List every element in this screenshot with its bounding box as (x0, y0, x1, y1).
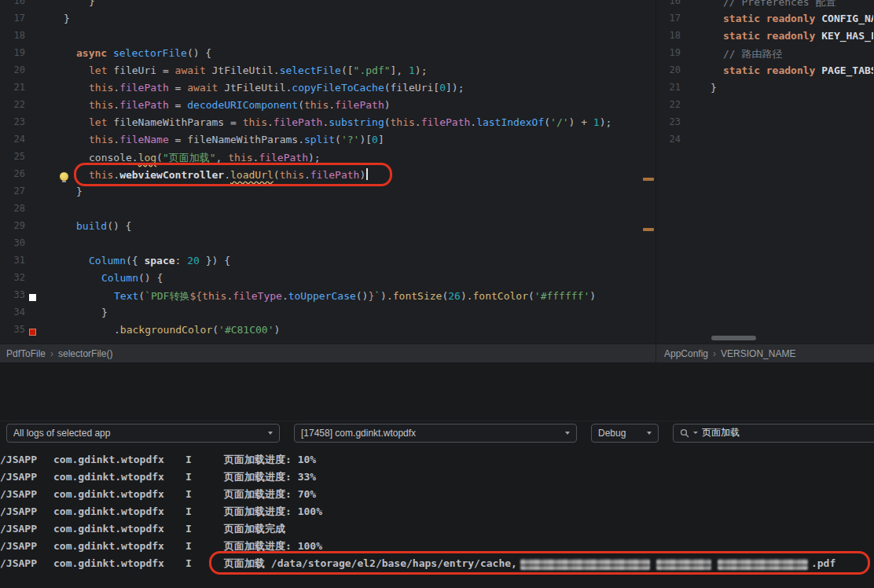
code-line[interactable]: 17} (0, 13, 656, 30)
log-pkg: com.gdinkt.wtopdfx (53, 486, 185, 503)
search-icon (680, 428, 689, 438)
code-line[interactable]: 27} (0, 186, 656, 203)
log-message: 页面加载完成 (224, 520, 874, 538)
code-line[interactable]: 25console.log("页面加载", this.filePath); (0, 151, 656, 168)
log-scope-dropdown[interactable]: All logs of selected app (6, 424, 280, 443)
line-number[interactable]: 22 (0, 99, 25, 116)
line-number[interactable]: 20 (656, 64, 681, 82)
log-lvl: I (185, 520, 224, 538)
color-preview-swatch[interactable] (29, 294, 36, 301)
log-tag: /JSAPP (0, 486, 53, 503)
code-line[interactable]: 22 (656, 99, 873, 116)
code-line[interactable]: 19// 路由路径 (656, 47, 873, 64)
line-number[interactable]: 21 (656, 82, 681, 99)
code-line[interactable]: 26this.webviewController.loadUrl(this.fi… (0, 168, 656, 186)
line-number[interactable]: 17 (656, 13, 681, 30)
code-line[interactable]: 18 (0, 30, 656, 47)
line-number[interactable]: 19 (656, 47, 681, 64)
horizontal-scrollbar[interactable] (711, 336, 756, 340)
code-line[interactable]: 17static readonly CONFIG_NA (656, 13, 873, 30)
editor-pane-right[interactable]: 16// Preferences 配置17static readonly CON… (656, 0, 873, 344)
code-line[interactable]: 19async selectorFile() { (0, 47, 656, 64)
line-number[interactable]: 23 (0, 116, 25, 134)
code-text: } (76, 186, 83, 203)
editor-split: 16}17}1819async selectorFile() {20let fi… (0, 0, 874, 344)
log-search-input[interactable] (702, 428, 820, 439)
code-line[interactable]: 20static readonly PAGE_TABS (656, 64, 873, 82)
log-tag: /JSAPP (0, 503, 53, 520)
code-line[interactable]: 21} (656, 82, 873, 99)
log-level-dropdown[interactable]: Debug (591, 424, 659, 443)
line-number[interactable]: 31 (0, 255, 25, 272)
log-row[interactable]: /JSAPPcom.gdinkt.wtopdfxI页面加载进度: 10% (0, 451, 874, 469)
code-line[interactable]: 21this.filePath = await JtFileUtil.copyF… (0, 82, 656, 99)
code-lines-right: 16// Preferences 配置17static readonly CON… (656, 0, 873, 151)
code-line[interactable]: 16} (0, 0, 656, 13)
code-line[interactable]: 34} (0, 307, 656, 324)
log-row[interactable]: /JSAPPcom.gdinkt.wtopdfxI页面加载 /data/stor… (0, 555, 874, 572)
code-line[interactable]: 16// Preferences 配置 (656, 0, 873, 13)
code-line[interactable]: 33Text(`PDF转换${this.fileType.toUpperCase… (0, 289, 656, 307)
line-number[interactable]: 21 (0, 82, 25, 99)
line-number[interactable]: 25 (0, 151, 25, 168)
chevron-down-icon (565, 432, 570, 435)
line-number[interactable]: 16 (656, 0, 681, 13)
line-number[interactable]: 35 (0, 324, 25, 341)
code-line[interactable]: 24this.fileName = fileNameWithParams.spl… (0, 134, 656, 151)
log-row[interactable]: /JSAPPcom.gdinkt.wtopdfxI页面加载进度: 70% (0, 486, 874, 503)
line-number[interactable]: 17 (0, 13, 25, 30)
intention-bulb-icon[interactable] (60, 172, 68, 181)
log-search-field[interactable] (673, 424, 874, 443)
line-number[interactable]: 24 (0, 134, 25, 151)
log-row[interactable]: /JSAPPcom.gdinkt.wtopdfxI页面加载进度: 100% (0, 503, 874, 520)
log-row[interactable]: /JSAPPcom.gdinkt.wtopdfxI页面加载完成 (0, 520, 874, 538)
line-number[interactable]: 29 (0, 220, 25, 237)
code-line[interactable]: 28 (0, 203, 656, 220)
editor-pane-left[interactable]: 16}17}1819async selectorFile() {20let fi… (0, 0, 656, 344)
code-line[interactable]: 22this.filePath = decodeURIComponent(thi… (0, 99, 656, 116)
line-number[interactable]: 26 (0, 168, 25, 186)
line-number[interactable]: 30 (0, 237, 25, 255)
code-line[interactable]: 31Column({ space: 20 }) { (0, 255, 656, 272)
code-line[interactable]: 30 (0, 237, 656, 255)
log-lvl: I (185, 538, 224, 555)
code-line[interactable]: 20let fileUri = await JtFileUtil.selectF… (0, 64, 656, 82)
breadcrumb-method[interactable]: selectorFile() (58, 348, 112, 359)
line-number[interactable]: 23 (656, 116, 681, 134)
line-number[interactable]: 34 (0, 307, 25, 324)
code-line[interactable]: 32Column() { (0, 272, 656, 289)
line-number[interactable]: 28 (0, 203, 25, 220)
warning-stripe-mark (643, 228, 654, 231)
code-line[interactable]: 18static readonly KEY_HAS_L (656, 30, 873, 47)
log-row[interactable]: /JSAPPcom.gdinkt.wtopdfxI页面加载进度: 33% (0, 469, 874, 486)
search-history-chevron-icon[interactable] (693, 432, 698, 434)
code-line[interactable]: 24 (656, 134, 873, 151)
log-output-list[interactable]: /JSAPPcom.gdinkt.wtopdfxI页面加载进度: 10%/JSA… (0, 451, 874, 588)
code-line[interactable]: 23let fileNameWithParams = this.filePath… (0, 116, 656, 134)
log-process-dropdown[interactable]: [17458] com.gdinkt.wtopdfx (294, 424, 577, 443)
breadcrumb-member[interactable]: VERSION_NAME (721, 348, 795, 359)
line-number[interactable]: 20 (0, 64, 25, 82)
log-row[interactable]: /JSAPPcom.gdinkt.wtopdfxI页面加载进度: 100% (0, 538, 874, 555)
redacted-blur-block (718, 559, 808, 570)
log-pkg: com.gdinkt.wtopdfx (53, 451, 185, 469)
code-text: console.log("页面加载", this.filePath); (89, 151, 321, 168)
code-text: } (711, 82, 717, 99)
log-level-label: Debug (598, 428, 639, 439)
code-line[interactable]: 29build() { (0, 220, 656, 237)
code-text: this.filePath = decodeURIComponent(this.… (89, 99, 391, 116)
line-number[interactable]: 18 (0, 30, 25, 47)
breadcrumb-class[interactable]: AppConfig (664, 348, 708, 359)
breadcrumb-class[interactable]: PdfToFile (6, 348, 46, 359)
color-preview-swatch[interactable] (29, 329, 36, 336)
line-number[interactable]: 24 (656, 134, 681, 151)
line-number[interactable]: 33 (0, 289, 25, 307)
line-number[interactable]: 27 (0, 186, 25, 203)
line-number[interactable]: 32 (0, 272, 25, 289)
line-number[interactable]: 22 (656, 99, 681, 116)
line-number[interactable]: 16 (0, 0, 25, 13)
line-number[interactable]: 18 (656, 30, 681, 47)
code-line[interactable]: 23 (656, 116, 873, 134)
code-line[interactable]: 35.backgroundColor('#C81C00') (0, 324, 656, 341)
line-number[interactable]: 19 (0, 47, 25, 64)
